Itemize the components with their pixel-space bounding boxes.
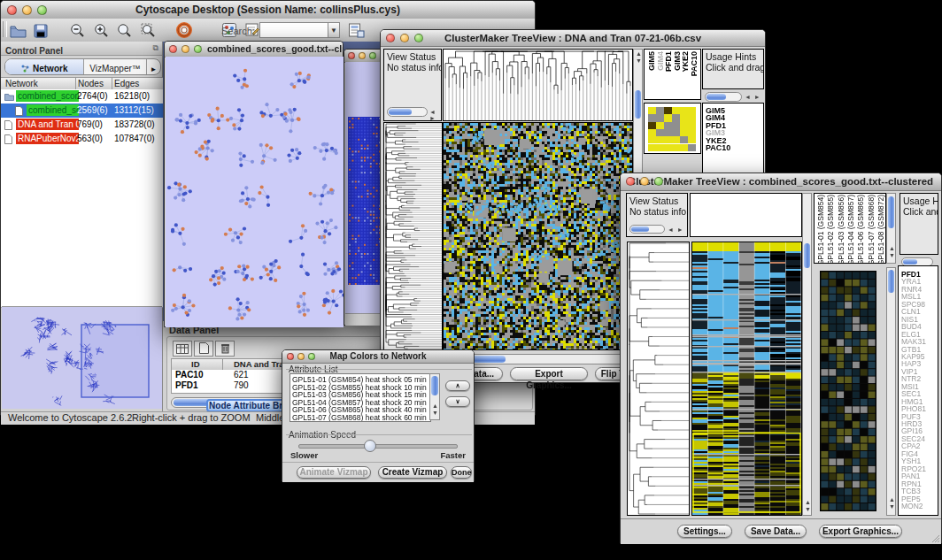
dna-column-label: GIM5 — [647, 51, 656, 71]
matrix-cell — [656, 114, 664, 121]
zoom-button[interactable] — [654, 177, 663, 186]
save-icon[interactable] — [31, 22, 50, 40]
gene-list-scrollbar[interactable]: ▲ ▼ — [886, 267, 896, 516]
minimize-button[interactable] — [359, 52, 366, 59]
close-button[interactable] — [626, 177, 635, 186]
col-network[interactable]: Network — [5, 79, 38, 88]
minimize-button[interactable] — [640, 177, 649, 186]
animate-vizmap-button[interactable]: Animate Vizmap — [297, 466, 371, 479]
column-dendrogram-canvas[interactable] — [444, 50, 632, 120]
select-attributes-icon[interactable] — [173, 341, 192, 357]
help-ring-icon[interactable] — [174, 21, 194, 39]
resize-grip[interactable] — [930, 533, 940, 543]
search-dropdown-button[interactable]: ▼ — [328, 22, 340, 38]
scroll-arrows[interactable]: ◄ ► — [429, 109, 441, 121]
datapanel-col-id[interactable]: ID — [191, 359, 200, 369]
view-status-scrollbar[interactable] — [387, 107, 428, 117]
network-nodes-cell: 769(0) — [77, 119, 103, 129]
view-status-scrollbar[interactable] — [629, 225, 665, 234]
network-table-row[interactable]: combined_sco2569(6)13112(15) — [1, 104, 163, 118]
dna-heatmap-canvas[interactable] — [444, 123, 632, 349]
grid-window-hscrollbar[interactable] — [345, 313, 382, 326]
float-panel-icon[interactable]: ⧉ — [153, 43, 158, 53]
matrix-cell — [656, 144, 664, 151]
done-button[interactable]: Done — [451, 466, 472, 479]
tab-overflow-button[interactable]: ► — [146, 59, 160, 74]
close-button[interactable] — [7, 5, 17, 15]
minimize-button[interactable] — [22, 5, 32, 15]
zoom-button[interactable] — [308, 353, 315, 360]
dna-row-label[interactable]: PAC10 — [706, 143, 730, 152]
dna-global-matrix-panel[interactable] — [644, 103, 701, 154]
zoom-selected-icon[interactable] — [138, 21, 158, 39]
network-window-titlebar[interactable]: combined_scores_good.txt--cluste... — [165, 42, 343, 58]
zoom-out-icon[interactable] — [67, 21, 87, 39]
scroll-arrows[interactable]: ◄ ► — [745, 94, 761, 100]
dna-heatmap-panel — [443, 122, 633, 350]
col-nodes[interactable]: Nodes — [78, 79, 104, 88]
minimize-button[interactable] — [181, 45, 189, 53]
scroll-arrows[interactable]: ◄ ► — [668, 226, 684, 233]
main-titlebar[interactable]: Cytoscape Desktop (Session Name: collins… — [1, 1, 535, 19]
grid-window-titlebar[interactable] — [344, 50, 382, 63]
row-dendrogram-canvas[interactable] — [384, 123, 442, 349]
usage-hints-scrollbar[interactable] — [705, 92, 742, 102]
zoom-in-icon[interactable] — [91, 21, 111, 39]
faster-label: Faster — [440, 450, 466, 460]
save-data-button[interactable]: Save Data... — [745, 525, 807, 538]
open-folder-icon[interactable] — [8, 23, 27, 41]
slider-thumb[interactable] — [364, 440, 376, 452]
close-button[interactable] — [169, 45, 177, 53]
create-vizmap-button[interactable]: Create Vizmap — [378, 466, 447, 479]
close-button[interactable] — [386, 34, 395, 42]
col-edges[interactable]: Edges — [114, 79, 139, 88]
attribute-list-item[interactable]: GPL51-07 (GSM868) heat shock 60 min — [292, 413, 427, 422]
combined-zoom-heatmap-panel — [820, 271, 876, 511]
attribute-list[interactable]: GPL51-01 (GSM854) heat shock 05 minGPL51… — [290, 373, 431, 422]
zoom-button[interactable] — [369, 52, 376, 59]
export-graphics-button[interactable]: Export Graphics... — [819, 525, 902, 538]
new-attribute-icon[interactable] — [194, 341, 213, 357]
minimize-button[interactable] — [297, 353, 305, 360]
row-dendrogram-canvas[interactable] — [628, 242, 689, 515]
slower-label: Slower — [290, 450, 318, 460]
close-button[interactable] — [348, 52, 355, 59]
combined-vertical-scrollbar[interactable]: ▲ ▼ — [802, 193, 812, 516]
attribute-list-scrollbar[interactable]: ▲ ▼ — [429, 373, 440, 420]
network-canvas[interactable] — [166, 57, 344, 327]
minimize-button[interactable] — [400, 34, 409, 42]
export-graphics-button[interactable]: Export Graphics... — [510, 367, 588, 380]
birdseye-view[interactable] — [2, 307, 162, 409]
zoom-fit-icon[interactable] — [114, 21, 134, 39]
matrix-cell — [672, 136, 680, 143]
combined-heatmap-canvas[interactable] — [692, 242, 801, 515]
treeview-combined-titlebar[interactable]: ClusterMaker TreeView : combined_scores_… — [621, 173, 941, 191]
zoom-button[interactable] — [194, 45, 202, 53]
column-labels-scrollbar[interactable]: ▲ ▼ — [886, 193, 896, 264]
similarity-matrix[interactable] — [648, 107, 696, 151]
delete-attribute-icon[interactable] — [215, 341, 235, 357]
combined-column-label: GPL51-01 (GSM854) — [816, 195, 825, 264]
dna-column-dendrogram-panel — [443, 49, 633, 121]
settings-button[interactable]: Settings... — [677, 525, 732, 538]
move-down-button[interactable]: ∨ — [445, 396, 470, 407]
gene-label-item[interactable]: MON2 — [901, 502, 923, 510]
network-table-row[interactable]: DNA and Tran 07769(0)183728(0) — [1, 118, 163, 132]
network-table-row[interactable]: combined_scores_2764(0)16218(0) — [1, 89, 163, 104]
grid-network-canvas[interactable] — [348, 117, 382, 285]
move-up-button[interactable]: ∧ — [445, 380, 470, 391]
search-input[interactable] — [259, 22, 330, 38]
control-panel-tabs: Network VizMapper™ ► — [4, 58, 161, 75]
close-button[interactable] — [287, 353, 294, 360]
matrix-cell — [688, 114, 696, 121]
tab-vizmapper[interactable]: VizMapper™ — [84, 59, 146, 74]
attribute-browser-icon[interactable] — [346, 21, 366, 39]
tab-network[interactable]: Network — [5, 59, 84, 74]
zoom-button[interactable] — [414, 34, 423, 42]
network-table-row[interactable]: RNAPuberNov2+|563(0)107847(0) — [1, 132, 163, 146]
dialog-titlebar[interactable]: Map Colors to Network — [282, 350, 474, 364]
treeview-dna-titlebar[interactable]: ClusterMaker TreeView : DNA and Tran 07-… — [381, 30, 765, 47]
animation-speed-slider[interactable] — [298, 444, 458, 449]
zoom-heatmap-canvas[interactable] — [821, 272, 876, 510]
zoom-button[interactable] — [37, 5, 47, 15]
